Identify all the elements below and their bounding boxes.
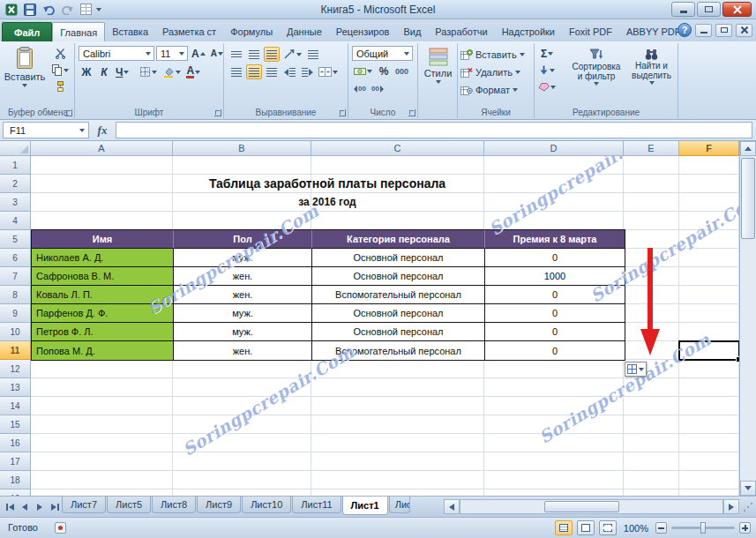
- book-restore-button[interactable]: [715, 24, 732, 37]
- column-header-b[interactable]: B: [173, 141, 311, 156]
- table-cell[interactable]: Парфенов Д. Ф.: [32, 304, 174, 323]
- row-header[interactable]: 2: [0, 175, 31, 193]
- tab-home[interactable]: Главная: [52, 22, 105, 41]
- row-header[interactable]: 13: [0, 378, 31, 397]
- tab-insert[interactable]: Вставка: [105, 23, 155, 41]
- table-cell[interactable]: Вспомогательный персонал: [312, 341, 485, 360]
- vertical-scrollbar[interactable]: [739, 141, 756, 496]
- tab-data[interactable]: Данные: [280, 23, 329, 41]
- table-cell[interactable]: Основной персонал: [312, 249, 485, 267]
- autosum-icon[interactable]: Σ: [536, 46, 558, 61]
- sheet-tab[interactable]: Лист11: [292, 497, 341, 513]
- row-header[interactable]: 7: [0, 267, 31, 286]
- find-select-button[interactable]: Найти и выделить: [626, 47, 677, 85]
- last-sheet-icon[interactable]: [48, 499, 62, 514]
- column-header-d[interactable]: D: [484, 141, 624, 156]
- table-cell[interactable]: муж.: [174, 304, 312, 323]
- bold-icon[interactable]: Ж: [79, 64, 94, 79]
- table-cell[interactable]: Николаев А. Д.: [32, 249, 174, 267]
- percent-icon[interactable]: %: [376, 64, 392, 78]
- tab-file[interactable]: Файл: [2, 22, 52, 41]
- tab-page-layout[interactable]: Разметка ст: [155, 23, 223, 41]
- minimize-button[interactable]: [671, 2, 695, 17]
- row-header[interactable]: 8: [0, 286, 31, 304]
- macro-record-icon[interactable]: [55, 522, 66, 534]
- view-normal-icon[interactable]: [555, 520, 573, 535]
- formula-input[interactable]: [116, 122, 752, 138]
- tab-foxit[interactable]: Foxit PDF: [562, 23, 619, 41]
- sort-filter-button[interactable]: Сортировка и фильтр: [568, 47, 625, 86]
- align-middle-icon[interactable]: [246, 47, 262, 62]
- align-top-icon[interactable]: [228, 47, 244, 62]
- table-cell[interactable]: Основной персонал: [312, 304, 485, 323]
- horizontal-scroll-thumb[interactable]: [544, 501, 619, 512]
- row-header[interactable]: 12: [0, 360, 31, 378]
- sheet-tab[interactable]: Лист9: [197, 497, 241, 513]
- row-header[interactable]: 19: [0, 489, 31, 496]
- number-dialog-launcher[interactable]: [408, 109, 415, 116]
- underline-icon[interactable]: Ч: [114, 64, 131, 79]
- table-cell[interactable]: Основной персонал: [312, 323, 485, 341]
- insert-function-button[interactable]: fx: [89, 123, 116, 138]
- sheet-tab[interactable]: Лист7: [62, 497, 106, 513]
- next-sheet-icon[interactable]: [33, 499, 47, 514]
- sheet-tab[interactable]: Лист8: [152, 497, 196, 513]
- format-cells-button[interactable]: Формат: [460, 82, 518, 98]
- autofill-options-button[interactable]: [625, 362, 647, 377]
- view-page-break-icon[interactable]: [599, 520, 617, 535]
- column-header-e[interactable]: E: [624, 141, 679, 156]
- comma-style-icon[interactable]: 000: [393, 64, 410, 78]
- row-header[interactable]: 15: [0, 415, 31, 434]
- hscroll-right-icon[interactable]: [723, 499, 739, 514]
- sheet-tab[interactable]: Лист5: [107, 497, 151, 513]
- paste-button[interactable]: Вставить: [4, 44, 46, 87]
- shrink-font-icon[interactable]: А: [209, 46, 225, 61]
- font-dialog-launcher[interactable]: [214, 109, 221, 116]
- delete-cells-button[interactable]: Удалить: [460, 64, 520, 80]
- align-left-icon[interactable]: [228, 64, 244, 79]
- merge-center-icon[interactable]: [317, 64, 340, 79]
- prev-sheet-icon[interactable]: [18, 499, 32, 514]
- row-header[interactable]: 1: [0, 156, 31, 175]
- zoom-slider[interactable]: [671, 527, 735, 529]
- font-size-select[interactable]: 11: [156, 46, 188, 61]
- styles-button[interactable]: Стили: [420, 45, 456, 84]
- scroll-up-icon[interactable]: [740, 141, 756, 156]
- align-bottom-icon[interactable]: [264, 47, 280, 62]
- table-cell[interactable]: жен.: [174, 267, 312, 286]
- sheet-tab[interactable]: Лист: [389, 497, 410, 513]
- zoom-level-label[interactable]: 100%: [621, 523, 651, 534]
- select-all-corner[interactable]: [0, 141, 31, 156]
- tab-developer[interactable]: Разработчи: [428, 23, 494, 41]
- sheet-title-line2[interactable]: за 2016 год: [31, 193, 624, 212]
- resize-grip-icon[interactable]: [742, 501, 754, 513]
- borders-icon[interactable]: [138, 64, 159, 79]
- copy-icon[interactable]: [49, 63, 71, 78]
- row-header[interactable]: 16: [0, 434, 31, 452]
- format-painter-icon[interactable]: [49, 79, 71, 94]
- grow-font-icon[interactable]: А: [190, 46, 207, 61]
- column-header-c[interactable]: C: [311, 141, 484, 156]
- table-cell[interactable]: Петров Ф. Л.: [32, 323, 174, 341]
- increase-indent-icon[interactable]: [299, 64, 315, 79]
- wrap-text-icon[interactable]: [305, 47, 321, 62]
- sheet-title-line1[interactable]: Таблица заработной платы персонала: [31, 175, 624, 193]
- close-button[interactable]: [722, 2, 752, 17]
- row-header[interactable]: 4: [0, 212, 31, 230]
- cells-grid[interactable]: Таблица заработной платы персонала за 20…: [31, 156, 739, 496]
- tab-review[interactable]: Рецензиров: [329, 23, 397, 41]
- align-right-icon[interactable]: [264, 64, 280, 79]
- align-center-icon[interactable]: [246, 64, 262, 79]
- table-cell[interactable]: муж.: [174, 323, 312, 341]
- tab-addins[interactable]: Надстройки: [495, 23, 562, 41]
- table-cell[interactable]: Коваль Л. П.: [32, 286, 174, 304]
- scroll-down-icon[interactable]: [740, 481, 756, 496]
- she et-tab[interactable]: Лист10: [242, 497, 291, 513]
- table-cell[interactable]: Сафронова В. М.: [32, 267, 174, 286]
- column-header-a[interactable]: A: [31, 141, 173, 156]
- table-header-cell[interactable]: Имя: [32, 230, 174, 249]
- row-header[interactable]: 14: [0, 397, 31, 415]
- clipboard-dialog-launcher[interactable]: [65, 109, 72, 116]
- table-cell[interactable]: Попова М. Д.: [32, 341, 174, 360]
- zoom-out-icon[interactable]: [655, 522, 667, 534]
